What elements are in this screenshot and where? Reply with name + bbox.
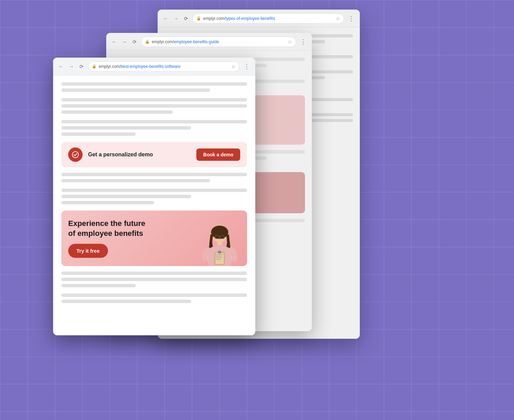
skeleton-line [61, 195, 191, 198]
book-demo-button[interactable]: Book a demo [196, 148, 240, 161]
front-skeleton-mid2 [61, 189, 247, 204]
reload-button-mid[interactable]: ⟳ [131, 38, 138, 46]
url-text-back2: emplyr.com/types-of-employee-benefits [203, 16, 334, 21]
browser-chrome-back2: ← → ⟳ 🔒 emplyr.com/types-of-employee-ben… [158, 10, 360, 27]
demo-banner-text: Get a personalized demo [88, 152, 191, 158]
skeleton-line [61, 88, 210, 92]
front-skeleton-bottom2 [61, 293, 247, 303]
browser-chrome-front: ← → ⟳ 🔒 emplyr.com/best-employee-benefit… [53, 58, 255, 75]
menu-button-front[interactable]: ⋮ [242, 62, 251, 71]
front-skeleton-mid [61, 173, 247, 182]
skeleton-line [61, 120, 247, 123]
skeleton-line [61, 104, 247, 108]
skeleton-line [61, 300, 191, 303]
skeleton-line [61, 179, 210, 182]
forward-button-mid[interactable]: → [121, 38, 128, 46]
front-skeleton-bottom [61, 272, 247, 287]
reload-button-back2[interactable]: ⟳ [182, 15, 190, 22]
skeleton-line [61, 132, 136, 136]
skeleton-line [61, 284, 136, 287]
address-bar-back2[interactable]: 🔒 emplyr.com/types-of-employee-benefits … [193, 13, 344, 24]
lock-icon-mid: 🔒 [145, 39, 150, 44]
skeleton-line [61, 272, 247, 275]
front-skeleton-top2 [61, 98, 247, 114]
demo-cta-banner: Get a personalized demo Book a demo [61, 142, 247, 167]
skeleton-line [61, 98, 247, 101]
menu-button-mid[interactable]: ⋮ [299, 37, 308, 46]
experience-content: Experience the future of employee benefi… [68, 219, 240, 258]
skeleton-line [61, 293, 247, 297]
front-skeleton-top3 [61, 120, 247, 136]
skeleton-line [61, 126, 191, 130]
front-browser-content: Get a personalized demo Book a demo Expe… [53, 75, 255, 316]
skeleton-line [61, 82, 247, 86]
browser-chrome-mid: ← → ⟳ 🔒 emplyr.com/employee-benefits-gui… [106, 33, 312, 51]
svg-rect-14 [216, 259, 221, 260]
back-button-mid[interactable]: ← [110, 38, 118, 46]
demo-logo [68, 147, 83, 162]
address-bar-front[interactable]: 🔒 emplyr.com/best-employee-benefits-soft… [88, 61, 240, 72]
skeleton-line [61, 201, 154, 204]
reload-button-front[interactable]: ⟳ [78, 63, 85, 70]
lock-icon-front: 🔒 [92, 64, 97, 69]
bookmark-icon-front[interactable]: ☆ [231, 64, 236, 69]
skeleton-line [61, 189, 247, 192]
skeleton-line [61, 278, 247, 281]
experience-title: Experience the future of employee benefi… [68, 219, 240, 238]
browser-window-front: ← → ⟳ 🔒 emplyr.com/best-employee-benefit… [53, 58, 255, 335]
menu-button-back2[interactable]: ⋮ [347, 14, 356, 23]
skeleton-line [61, 173, 247, 176]
lock-icon-back2: 🔒 [196, 16, 201, 21]
forward-button-back2[interactable]: → [172, 15, 180, 22]
url-text-mid: emplyr.com/employee-benefits-guide [152, 39, 286, 44]
experience-banner: Experience the future of employee benefi… [61, 211, 247, 266]
try-free-button[interactable]: Try it free [68, 244, 108, 258]
bookmark-icon-mid[interactable]: ☆ [288, 39, 292, 45]
url-text-front: emplyr.com/best-employee-benefits-softwa… [99, 64, 229, 69]
back-button-back2[interactable]: ← [162, 15, 169, 22]
front-skeleton-top [61, 82, 247, 92]
bookmark-icon-back2[interactable]: ☆ [336, 16, 340, 21]
address-bar-mid[interactable]: 🔒 emplyr.com/employee-benefits-guide ☆ [141, 37, 296, 47]
back-button-front[interactable]: ← [57, 63, 65, 70]
forward-button-front[interactable]: → [68, 63, 75, 70]
skeleton-line [61, 110, 173, 114]
